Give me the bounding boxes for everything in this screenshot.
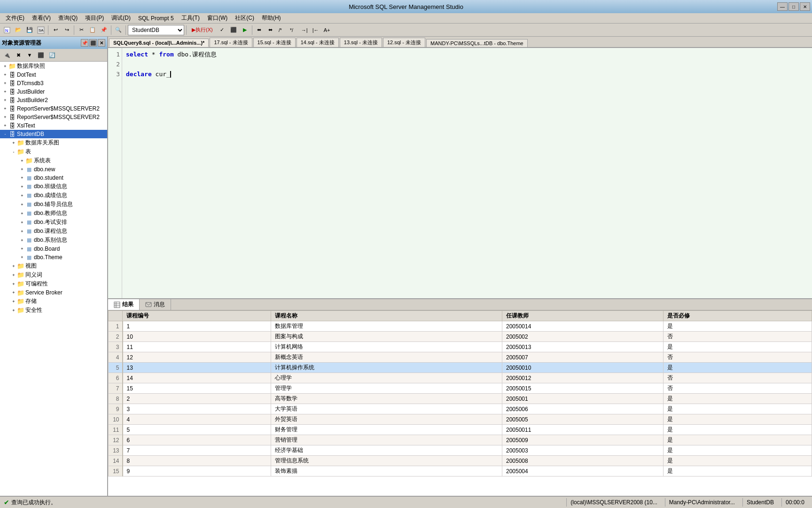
menu-project[interactable]: 项目(P) (81, 13, 108, 23)
toggle-icon[interactable]: + (19, 183, 25, 190)
toggle-icon[interactable]: + (19, 158, 25, 164)
toggle-icon[interactable]: + (10, 263, 17, 270)
tab-17[interactable]: 17.sql - 未连接 (210, 38, 252, 47)
search-button[interactable]: 🔍 (113, 25, 124, 35)
cut-button[interactable]: ✂ (76, 25, 86, 35)
toggle-icon[interactable]: - (10, 149, 17, 155)
sql-content[interactable]: select * from dbo.课程信息 declare cur_ (122, 48, 812, 298)
tree-db-diagram[interactable]: + 📁 数据库关系图 (0, 138, 107, 147)
tree-dbo-theme[interactable]: + ▦ dbo.Theme (0, 253, 107, 262)
toggle-icon[interactable]: + (2, 114, 8, 120)
menu-community[interactable]: 社区(C) (231, 13, 258, 23)
paste-button[interactable]: 📌 (99, 25, 109, 35)
sql-editor[interactable]: 1 2 3 select * from dbo.课程信息 declare cur… (108, 47, 812, 298)
connect-button[interactable]: 🔌 (2, 50, 12, 60)
tree-xsltext[interactable]: + 🗄 XslText (0, 121, 107, 130)
toggle-icon[interactable]: + (2, 63, 8, 70)
save-all-button[interactable]: SA (36, 25, 46, 35)
increase-indent-button[interactable]: →| (299, 25, 310, 35)
tree-dbo-gradeinfo[interactable]: + ▦ dbo.成绩信息 (0, 191, 107, 200)
tree-dbo-examarr[interactable]: + ▦ dbo.考试安排 (0, 218, 107, 227)
undock-button[interactable]: ⬛ (89, 39, 97, 47)
comment-button[interactable]: /* (277, 25, 287, 35)
tab-15[interactable]: 15.sql - 未连接 (253, 38, 296, 47)
redo-button[interactable]: ↪ (62, 25, 72, 35)
toggle-icon[interactable]: + (19, 175, 25, 181)
disconnect-button[interactable]: ✖ (13, 50, 23, 60)
toggle-icon[interactable]: + (10, 307, 17, 314)
minimize-button[interactable]: — (777, 2, 788, 11)
decrease-indent-button[interactable]: |← (311, 25, 321, 35)
tree-system-tables[interactable]: + 📁 系统表 (0, 156, 107, 165)
tab-14[interactable]: 14.sql - 未连接 (297, 38, 339, 47)
tab-13[interactable]: 13.sql - 未连接 (340, 38, 382, 47)
tree-reportserver1[interactable]: + 🗄 ReportServer$MSSQLSERVER2 (0, 104, 107, 113)
menu-help[interactable]: 帮助(H) (258, 13, 285, 23)
toggle-icon[interactable]: + (2, 71, 8, 78)
tab-dbo-theme[interactable]: MANDY-PC\MSSQLs...tDB - dbo.Theme (426, 39, 528, 47)
filter-button[interactable]: ▼ (24, 50, 35, 60)
tree-dbo-counselorinfo[interactable]: + ▦ dbo.辅导员信息 (0, 200, 107, 209)
open-button[interactable]: 📂 (13, 25, 23, 35)
tree-snapshot[interactable]: + 📁 数据库快照 (0, 62, 107, 71)
tab-results[interactable]: 结果 (108, 299, 140, 310)
tree-dbo-courseinfo[interactable]: + ▦ dbo.课程信息 (0, 227, 107, 236)
database-selector[interactable]: StudentDB DotText DTcmsdb3 (128, 25, 184, 35)
close-panel-button[interactable]: ✕ (98, 39, 105, 47)
font-increase-button[interactable]: A+ (322, 25, 332, 35)
toggle-icon[interactable]: + (19, 237, 25, 244)
uncomment-button[interactable]: */ (288, 25, 298, 35)
menu-view[interactable]: 查看(V) (28, 13, 55, 23)
toggle-icon[interactable]: + (19, 201, 25, 208)
tree-views[interactable]: + 📁 视图 (0, 262, 107, 270)
toggle-icon[interactable]: + (19, 210, 25, 217)
toggle-icon[interactable]: + (10, 272, 17, 278)
toggle-icon[interactable]: + (10, 281, 17, 287)
toggle-icon[interactable]: + (19, 166, 25, 173)
toggle-icon[interactable]: + (2, 105, 8, 112)
execute-button[interactable]: ▶ 执行(X) (188, 25, 216, 35)
tree-service-broker[interactable]: + 📁 Service Broker (0, 288, 107, 297)
toggle-icon[interactable]: + (19, 228, 25, 235)
menu-sqlprompt[interactable]: SQL Prompt 5 (134, 14, 178, 23)
close-button[interactable]: ✕ (800, 2, 810, 11)
tree-dbo-new[interactable]: + ▦ dbo.new (0, 165, 107, 174)
tree-justbuilder[interactable]: + 🗄 JustBuilder (0, 87, 107, 96)
stop-refresh-button[interactable]: ⬛ (36, 50, 46, 60)
toggle-icon[interactable]: - (2, 131, 8, 137)
toggle-icon[interactable]: + (19, 219, 25, 226)
tree-dottext[interactable]: + 🗄 DotText (0, 71, 107, 79)
parse-button[interactable]: ✓ (217, 25, 227, 35)
tab-12[interactable]: 12.sql - 未连接 (383, 38, 425, 47)
tree-storage[interactable]: + 📁 存储 (0, 297, 107, 306)
toggle-icon[interactable]: + (19, 246, 25, 252)
tree-reportserver2[interactable]: + 🗄 ReportServer$MSSQLSERVER2 (0, 113, 107, 121)
tree-programmability[interactable]: + 📁 可编程性 (0, 279, 107, 288)
undo-button[interactable]: ↩ (50, 25, 61, 35)
tree-dbo-deptinfo[interactable]: + ▦ dbo.系别信息 (0, 236, 107, 245)
tree-synonyms[interactable]: + 📁 同义词 (0, 270, 107, 279)
tab-messages[interactable]: 消息 (140, 299, 171, 310)
toggle-icon[interactable]: + (19, 254, 25, 261)
stop-button[interactable]: ⬛ (228, 25, 239, 35)
toggle-icon[interactable]: + (10, 289, 17, 296)
tree-dbo-teacherinfo[interactable]: + ▦ dbo.教师信息 (0, 209, 107, 218)
refresh-button[interactable]: 🔄 (47, 50, 57, 60)
tree-studentdb[interactable]: - 🗄 StudentDB (0, 130, 107, 138)
indent-button[interactable]: ⬌ (254, 25, 265, 35)
menu-debug[interactable]: 调试(D) (108, 13, 134, 23)
toggle-icon[interactable]: + (2, 80, 8, 87)
tree-dbo-board[interactable]: + ▦ dbo.Board (0, 245, 107, 253)
menu-tools[interactable]: 工具(T) (178, 13, 203, 23)
debug-button[interactable]: ▶ (240, 25, 250, 35)
toggle-icon[interactable]: + (10, 140, 17, 146)
menu-file[interactable]: 文件(E) (2, 13, 28, 23)
tab-main[interactable]: SQLQuery8.sql - (local)\...Adminis...)* (109, 39, 209, 47)
maximize-button[interactable]: □ (789, 2, 799, 11)
tree-justbuilder2[interactable]: + 🗄 JustBuilder2 (0, 96, 107, 104)
toggle-icon[interactable]: + (2, 88, 8, 95)
tree-dbo-classinfo[interactable]: + ▦ dbo.班级信息 (0, 182, 107, 191)
tree-dtcmsdb3[interactable]: + 🗄 DTcmsdb3 (0, 79, 107, 87)
toggle-icon[interactable]: + (2, 122, 8, 129)
outdent-button[interactable]: ⬌ (265, 25, 276, 35)
